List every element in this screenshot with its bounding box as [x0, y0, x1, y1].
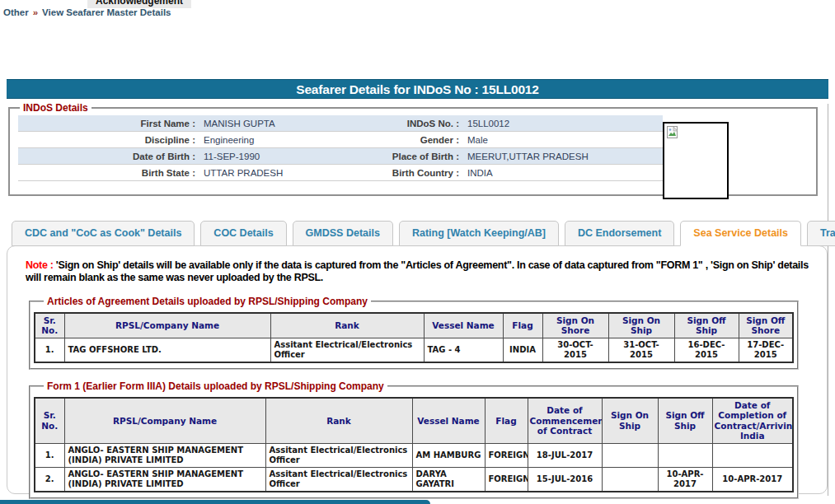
tab-dc-endorsement[interactable]: DC Endorsement: [565, 221, 674, 246]
cell-sign-on-shore: 30-OCT-2015: [542, 338, 608, 362]
column-header-sign-off-shore: Sign Off Shore: [739, 313, 793, 338]
column-header-flag: Flag: [503, 313, 542, 338]
indos-row: Date of Birth :11-SEP-1990Place of Birth…: [18, 148, 663, 165]
column-header-rank: Rank: [270, 313, 424, 338]
field-value-15ll0012: 15LL0012: [465, 115, 663, 131]
cell-sign-on-ship: 31-OCT-2015: [608, 338, 674, 362]
articles-of-agreement-table: Sr. No.RPSL/Company NameRankVessel NameF…: [34, 312, 794, 363]
field-label-place-of-birth: Place of Birth :: [381, 148, 465, 164]
cell-rpsl-company-name: ANGLO- EASTERN SHIP MANAGEMENT (INDIA) P…: [64, 468, 265, 492]
right-edge-divider: [828, 104, 828, 496]
sea-service-panel: Note : 'Sign on Ship' details will be av…: [7, 245, 828, 494]
field-label-gender: Gender :: [381, 132, 465, 147]
field-label-discipline: Discipline :: [18, 132, 201, 147]
form1-fieldset: Form 1 (Earlier Form IIIA) Details uploa…: [29, 380, 799, 499]
cell-date-of-completion-of-contract-arriving-india: 10-APR-2017: [712, 468, 793, 492]
field-value-meerut-uttar-pradesh: MEERUT,UTTAR PRADESH: [465, 148, 663, 164]
column-header-date-of-completion-of-contract-arriving-india: Date of Completion of Contract/Arriving …: [712, 398, 793, 444]
cell-sr-no: 1.: [35, 338, 64, 362]
seafarer-photo-placeholder: [663, 122, 729, 199]
indos-row: First Name :MANISH GUPTAINDoS No. :15LL0…: [18, 115, 663, 132]
sign-on-ship-note: Note : 'Sign on Ship' details will be av…: [26, 259, 812, 285]
cell-rank: Assitant Electrical/Electronics Officer: [265, 444, 412, 468]
cell-rank: Assitant Electrical/Electronics Officer: [270, 338, 424, 362]
field-value-india: INDIA: [465, 165, 663, 180]
cell-sign-off-ship: 10-APR-2017: [658, 468, 712, 492]
cell-rpsl-company-name: ANGLO- EASTERN SHIP MANAGEMENT (INDIA) P…: [64, 444, 265, 468]
articles-of-agreement-legend: Articles of Agreement Details uploaded b…: [44, 296, 371, 307]
indos-details-fieldset: INDoS Details First Name :MANISH GUPTAIN…: [8, 102, 818, 196]
field-value-11-sep-1990: 11-SEP-1990: [201, 148, 381, 164]
breadcrumb-separator-icon: »: [33, 7, 38, 17]
tab-training-details[interactable]: Training Details: [807, 221, 835, 246]
breadcrumb-current[interactable]: View Seafarer Master Details: [42, 7, 171, 17]
tab-rating-watch-keeping-ab[interactable]: Rating [Watch Keeping/AB]: [399, 221, 559, 246]
form1-legend: Form 1 (Earlier Form IIIA) Details uploa…: [44, 380, 387, 392]
table-row: 1.ANGLO- EASTERN SHIP MANAGEMENT (INDIA)…: [35, 444, 793, 468]
cell-flag: FOREIGN: [485, 468, 528, 492]
column-header-sign-on-ship: Sign On Ship: [602, 398, 658, 444]
menu-item-label: Acknowledgement: [96, 0, 183, 7]
note-label: Note :: [26, 259, 54, 271]
column-header-rpsl-company-name: RPSL/Company Name: [64, 313, 270, 338]
broken-image-icon: [667, 126, 679, 138]
cell-vessel-name: TAG - 4: [424, 338, 503, 362]
field-value-male: Male: [465, 132, 663, 147]
cell-sign-off-ship: 16-DEC-2015: [674, 338, 739, 362]
articles-of-agreement-fieldset: Articles of Agreement Details uploaded b…: [29, 296, 799, 370]
form1-table: Sr. No.RPSL/Company NameRankVessel NameF…: [34, 397, 794, 492]
column-header-sign-on-ship: Sign On Ship: [608, 313, 674, 338]
cell-date-of-commencement-of-contract: 18-JUL-2017: [528, 444, 602, 468]
cell-sr-no: 2.: [35, 468, 64, 492]
field-value-uttar-pradesh: UTTAR PRADESH: [201, 165, 381, 180]
column-header-rank: Rank: [265, 398, 412, 444]
cell-date-of-completion-of-contract-arriving-india: [712, 444, 793, 468]
field-label-indos-no: INDoS No. :: [381, 115, 465, 131]
column-header-vessel-name: Vessel Name: [412, 398, 485, 444]
field-value-engineering: Engineering: [201, 132, 381, 147]
cell-sign-off-ship: [658, 444, 712, 468]
cell-flag: FOREIGN: [485, 444, 528, 468]
column-header-rpsl-company-name: RPSL/Company Name: [64, 398, 265, 444]
column-header-sr-no: Sr. No.: [35, 398, 64, 444]
column-header-sign-on-shore: Sign On Shore: [542, 313, 608, 338]
field-label-birth-state: Birth State :: [18, 165, 201, 180]
indos-row: Discipline :EngineeringGender :Male: [18, 132, 663, 148]
cell-vessel-name: AM HAMBURG: [412, 444, 485, 468]
cell-sr-no: 1.: [35, 444, 64, 468]
field-label-first-name: First Name :: [18, 115, 201, 131]
cell-vessel-name: DARYA GAYATRI: [412, 468, 485, 492]
cell-rank: Assitant Electrical/Electronics Officer: [265, 468, 412, 492]
field-label-birth-country: Birth Country :: [381, 165, 465, 180]
breadcrumb: Other»View Seafarer Master Details: [3, 7, 171, 17]
tab-cdc-and-coc-as-cook-details[interactable]: CDC and "CoC as Cook" Details: [12, 221, 195, 246]
tab-coc-details[interactable]: COC Details: [200, 221, 286, 246]
note-text: 'Sign on Ship' details will be available…: [26, 259, 809, 283]
column-header-flag: Flag: [485, 398, 528, 444]
cell-date-of-commencement-of-contract: 15-JUL-2016: [528, 468, 602, 492]
indos-details-legend: INDoS Details: [20, 102, 91, 114]
cell-sign-on-ship: [602, 468, 658, 492]
cell-flag: INDIA: [503, 338, 542, 362]
breadcrumb-section[interactable]: Other: [3, 7, 29, 17]
column-header-vessel-name: Vessel Name: [424, 313, 503, 338]
table-row: 1.TAG OFFSHORE LTD.Assitant Electrical/E…: [35, 338, 793, 362]
tab-sea-service-details[interactable]: Sea Service Details: [680, 221, 801, 246]
indos-details-table: First Name :MANISH GUPTAINDoS No. :15LL0…: [18, 115, 663, 181]
indos-row: Birth State :UTTAR PRADESHBirth Country …: [18, 165, 663, 181]
bottom-bar: [0, 500, 430, 504]
cell-sign-on-ship: [602, 444, 658, 468]
field-value-manish-gupta: MANISH GUPTA: [201, 115, 381, 131]
field-label-date-of-birth: Date of Birth :: [18, 148, 201, 164]
column-header-sr-no: Sr. No.: [35, 313, 64, 338]
tab-bar: CDC and "CoC as Cook" DetailsCOC Details…: [12, 221, 835, 246]
tab-gmdss-details[interactable]: GMDSS Details: [293, 221, 393, 246]
column-header-sign-off-ship: Sign Off Ship: [658, 398, 712, 444]
column-header-date-of-commencement-of-contract: Date of Commencement of Contract: [528, 398, 602, 444]
cell-rpsl-company-name: TAG OFFSHORE LTD.: [64, 338, 270, 362]
cell-sign-off-shore: 17-DEC-2015: [739, 338, 793, 362]
table-row: 2.ANGLO- EASTERN SHIP MANAGEMENT (INDIA)…: [35, 468, 793, 492]
column-header-sign-off-ship: Sign Off Ship: [674, 313, 739, 338]
page-title: Seafarer Details for INDoS No : 15LL0012: [7, 79, 828, 99]
